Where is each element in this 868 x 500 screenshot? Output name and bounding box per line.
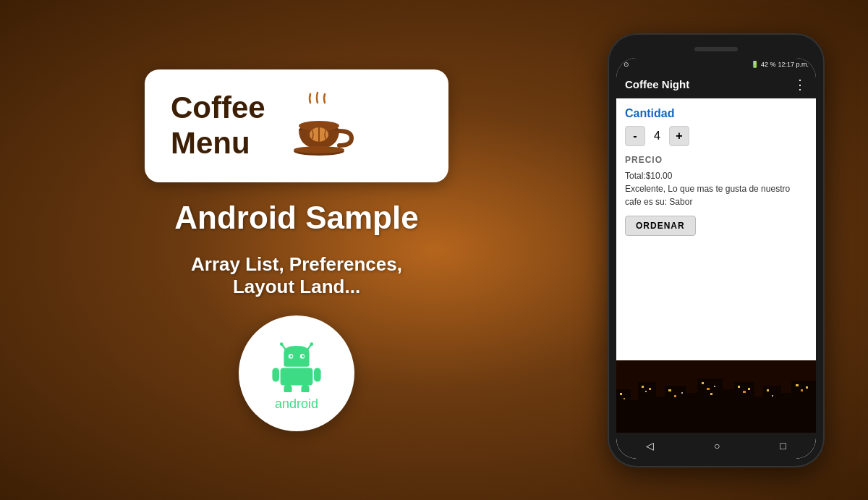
coffee-menu-title: Coffee Menu [171,90,265,161]
svg-rect-49 [796,384,799,386]
svg-rect-39 [681,392,683,394]
svg-rect-51 [806,386,808,389]
svg-rect-40 [702,382,704,384]
battery-indicator: 🔋 [751,61,759,68]
svg-rect-42 [710,393,712,395]
android-subtitle: Array List, Preferences, Layout Land... [191,253,402,298]
svg-rect-48 [772,395,773,397]
phone-speaker [694,47,738,51]
svg-rect-41 [707,388,710,390]
overflow-menu-icon[interactable]: ⋮ [793,77,807,93]
description-text: Excelente, Lo que mas te gusta de nuestr… [625,182,807,208]
svg-rect-17 [301,384,309,392]
svg-rect-44 [738,386,740,388]
app-content: Cantidad - 4 + PRECIO Total:$10.00 Excel… [616,98,816,433]
nav-bar: ◁ ○ □ [616,433,816,459]
svg-rect-34 [642,386,644,388]
svg-rect-43 [714,386,715,387]
quantity-row: - 4 + [625,126,807,146]
svg-rect-35 [645,391,647,392]
svg-rect-47 [767,389,769,391]
phone-screen: ⊙ 🔋 42 % 12:17 p.m. Coffee Night ⋮ Canti… [616,58,816,459]
left-panel: Coffee Menu Android Sampl [0,41,593,460]
svg-rect-46 [748,388,750,390]
svg-rect-50 [801,389,803,391]
svg-rect-52 [616,418,816,433]
android-text: android [275,397,318,412]
quantity-value: 4 [654,130,660,143]
city-night-image [616,360,816,433]
phone-notch [616,42,816,56]
order-button[interactable]: ORDENAR [625,216,696,236]
app-bar-title: Coffee Night [625,78,689,90]
svg-rect-14 [272,368,279,381]
content-top: Cantidad - 4 + PRECIO Total:$10.00 Excel… [616,98,816,360]
svg-rect-13 [281,368,313,385]
price-info: Total:$10.00 Excelente, Lo que mas te gu… [625,169,807,208]
android-robot-icon [268,334,326,392]
svg-point-11 [290,355,292,357]
svg-rect-37 [668,389,671,391]
svg-point-6 [280,342,284,346]
minus-button[interactable]: - [625,126,645,146]
battery-percent: 42 % [761,61,776,68]
svg-rect-32 [620,393,622,395]
app-bar: Coffee Night ⋮ [616,71,816,98]
svg-point-4 [294,146,344,153]
phone-mockup: ⊙ 🔋 42 % 12:17 p.m. Coffee Night ⋮ Canti… [608,33,825,467]
status-icons: 🔋 42 % 12:17 p.m. [751,61,809,68]
android-logo: android [239,315,354,431]
precio-label: PRECIO [625,155,807,165]
plus-button[interactable]: + [669,126,689,146]
total-text: Total:$10.00 [625,169,807,182]
svg-rect-45 [743,391,746,393]
coffee-card: Coffee Menu [145,69,448,182]
back-nav-icon[interactable]: ◁ [646,440,654,452]
right-panel: ⊙ 🔋 42 % 12:17 p.m. Coffee Night ⋮ Canti… [593,33,839,467]
recents-nav-icon[interactable]: □ [780,440,786,452]
status-bar: ⊙ 🔋 42 % 12:17 p.m. [616,58,816,71]
svg-point-12 [302,355,304,357]
cantidad-label: Cantidad [625,107,807,120]
svg-rect-38 [674,395,676,397]
svg-rect-16 [284,384,292,392]
status-camera-icon: ⊙ [624,61,629,68]
svg-rect-15 [314,368,321,381]
clock-time: 12:17 p.m. [778,61,809,68]
svg-point-8 [310,342,313,346]
svg-rect-33 [624,398,625,399]
android-sample-title: Android Sample [174,200,418,236]
svg-rect-36 [649,388,651,390]
coffee-cup-icon [283,90,355,162]
home-nav-icon[interactable]: ○ [714,440,720,452]
